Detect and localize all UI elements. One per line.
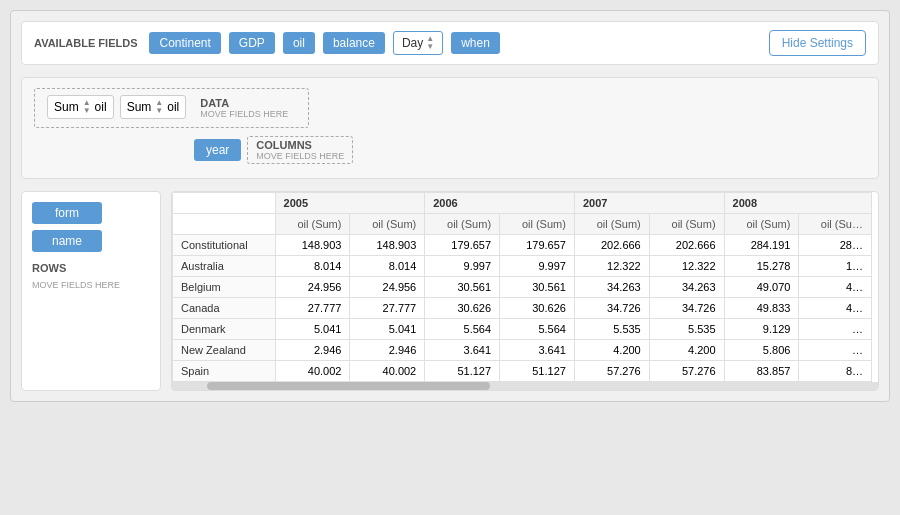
cell: 51.127 (425, 361, 500, 382)
cell: 83.857 (724, 361, 799, 382)
table-row: Belgium24.95624.95630.56130.56134.26334.… (173, 277, 872, 298)
cell: 8… (799, 361, 872, 382)
cell: 2.946 (350, 340, 425, 361)
cell: 179.657 (500, 235, 575, 256)
cell: 5.535 (649, 319, 724, 340)
sub-header-2: oil (Sum) (350, 214, 425, 235)
sub-header-5: oil (Sum) (574, 214, 649, 235)
cell: … (799, 340, 872, 361)
row-label: Denmark (173, 319, 276, 340)
row-label: Australia (173, 256, 276, 277)
hide-settings-button[interactable]: Hide Settings (769, 30, 866, 56)
row-label: New Zealand (173, 340, 276, 361)
oil-pill[interactable]: oil (283, 32, 315, 54)
cell: 49.070 (724, 277, 799, 298)
table-scroll[interactable]: 2005 2006 2007 2008 oil (Sum) oil (Sum) … (172, 192, 878, 382)
cell: 34.726 (574, 298, 649, 319)
data-section-1: Sum ▲▼ oil (47, 95, 114, 119)
cell: 9.997 (500, 256, 575, 277)
sum-spinner-2[interactable]: ▲▼ (155, 99, 163, 115)
table-row: Denmark5.0415.0415.5645.5645.5355.5359.1… (173, 319, 872, 340)
sum-oil-pill-2[interactable]: Sum ▲▼ oil (120, 95, 187, 119)
cell: 9.129 (724, 319, 799, 340)
cell: 34.263 (574, 277, 649, 298)
cell: 24.956 (350, 277, 425, 298)
year-2007-header: 2007 (574, 193, 724, 214)
sub-header-6: oil (Sum) (649, 214, 724, 235)
cell: 49.833 (724, 298, 799, 319)
gdp-pill[interactable]: GDP (229, 32, 275, 54)
cell: 5.564 (425, 319, 500, 340)
when-pill[interactable]: when (451, 32, 500, 54)
row-label: Constitutional (173, 235, 276, 256)
cell: 30.561 (500, 277, 575, 298)
form-pill[interactable]: form (32, 202, 102, 224)
cell: 40.002 (275, 361, 350, 382)
cell: 5.564 (500, 319, 575, 340)
cell: 4… (799, 298, 872, 319)
cell: 28… (799, 235, 872, 256)
scrollbar-thumb[interactable] (207, 382, 489, 390)
cell: 3.641 (425, 340, 500, 361)
rows-panel: form name ROWS MOVE FIELDS HERE (21, 191, 161, 391)
continent-pill[interactable]: Continent (149, 32, 220, 54)
cell: 30.626 (425, 298, 500, 319)
cell: 30.561 (425, 277, 500, 298)
sum-oil-pill-1[interactable]: Sum ▲▼ oil (47, 95, 114, 119)
name-pill[interactable]: name (32, 230, 102, 252)
year-2005-header: 2005 (275, 193, 425, 214)
cell: 148.903 (350, 235, 425, 256)
cell: 34.263 (649, 277, 724, 298)
empty-subheader (173, 214, 276, 235)
data-label-block: DATA MOVE FIELDS HERE (192, 95, 296, 121)
sub-header-row: oil (Sum) oil (Sum) oil (Sum) oil (Sum) … (173, 214, 872, 235)
available-fields-label: AVAILABLE FIELDS (34, 37, 137, 49)
sub-header-7: oil (Sum) (724, 214, 799, 235)
bottom-area: form name ROWS MOVE FIELDS HERE 2005 200… (21, 191, 879, 391)
row-label: Canada (173, 298, 276, 319)
cell: 27.777 (350, 298, 425, 319)
cell: 15.278 (724, 256, 799, 277)
cell: 4.200 (574, 340, 649, 361)
table-row: Canada27.77727.77730.62630.62634.72634.7… (173, 298, 872, 319)
table-row: New Zealand2.9462.9463.6413.6414.2004.20… (173, 340, 872, 361)
sub-header-3: oil (Sum) (425, 214, 500, 235)
cell: 4.200 (649, 340, 724, 361)
sum-spinner-1[interactable]: ▲▼ (83, 99, 91, 115)
cell: 34.726 (649, 298, 724, 319)
cell: 12.322 (649, 256, 724, 277)
cell: 27.777 (275, 298, 350, 319)
pivot-table: 2005 2006 2007 2008 oil (Sum) oil (Sum) … (172, 192, 872, 382)
cell: 24.956 (275, 277, 350, 298)
day-pill[interactable]: Day ▲▼ (393, 31, 443, 55)
sub-header-8: oil (Su… (799, 214, 872, 235)
cell: 5.806 (724, 340, 799, 361)
cell: 2.946 (275, 340, 350, 361)
day-spinner[interactable]: ▲▼ (426, 35, 434, 51)
row-label: Belgium (173, 277, 276, 298)
data-drop-zone[interactable]: Sum ▲▼ oil Sum ▲▼ oil DATA MOVE FIELDS H… (34, 88, 309, 128)
year-2006-header: 2006 (425, 193, 575, 214)
year-header-row: 2005 2006 2007 2008 (173, 193, 872, 214)
cell: 4… (799, 277, 872, 298)
horizontal-scrollbar[interactable] (172, 382, 878, 390)
columns-label-block[interactable]: COLUMNS MOVE FIELDS HERE (247, 136, 353, 164)
year-pill[interactable]: year (194, 139, 241, 161)
cell: 9.997 (425, 256, 500, 277)
cell: 5.041 (275, 319, 350, 340)
cell: 57.276 (574, 361, 649, 382)
cell: 5.535 (574, 319, 649, 340)
table-row: Constitutional148.903148.903179.657179.6… (173, 235, 872, 256)
sub-header-4: oil (Sum) (500, 214, 575, 235)
data-section-2: Sum ▲▼ oil (120, 95, 187, 119)
cell: 148.903 (275, 235, 350, 256)
cell: 30.626 (500, 298, 575, 319)
cell: 40.002 (350, 361, 425, 382)
cell: 202.666 (649, 235, 724, 256)
table-row: Australia8.0148.0149.9979.99712.32212.32… (173, 256, 872, 277)
balance-pill[interactable]: balance (323, 32, 385, 54)
cell: 12.322 (574, 256, 649, 277)
cell: 8.014 (275, 256, 350, 277)
table-row: Spain40.00240.00251.12751.12757.27657.27… (173, 361, 872, 382)
cell: 57.276 (649, 361, 724, 382)
